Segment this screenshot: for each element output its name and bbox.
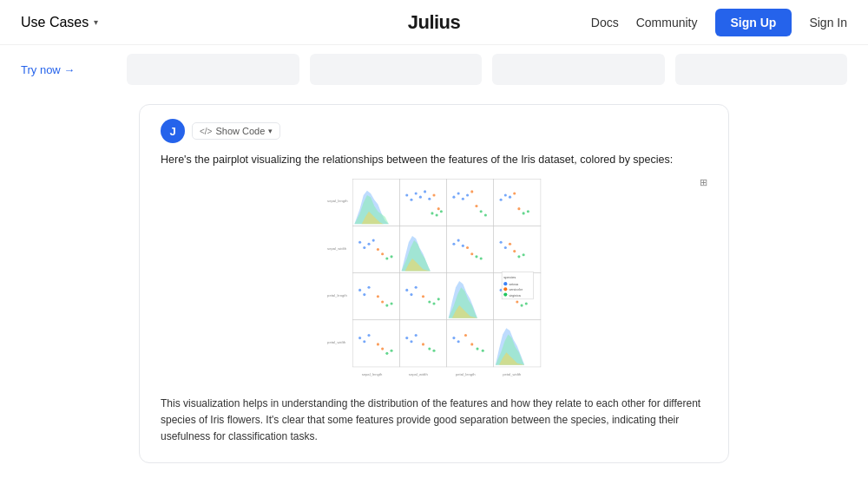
hero-card-4: [675, 54, 848, 85]
svg-point-42: [466, 193, 469, 196]
svg-point-72: [513, 250, 516, 252]
chevron-down-icon: ▾: [268, 127, 273, 135]
svg-point-75: [358, 289, 361, 291]
svg-point-49: [509, 195, 511, 198]
expand-icon[interactable]: ⊞: [700, 177, 707, 188]
svg-text:setosa: setosa: [509, 283, 519, 286]
svg-point-55: [363, 246, 365, 249]
svg-point-48: [504, 193, 507, 196]
svg-point-128: [503, 292, 507, 296]
svg-point-95: [358, 337, 361, 339]
docs-link[interactable]: Docs: [591, 16, 619, 29]
use-cases-menu[interactable]: Use Cases ▾: [21, 15, 98, 30]
community-link[interactable]: Community: [636, 16, 698, 29]
svg-point-99: [381, 347, 384, 350]
svg-point-58: [377, 248, 379, 251]
svg-point-77: [367, 285, 370, 288]
svg-point-47: [500, 198, 503, 200]
svg-point-29: [410, 198, 412, 200]
svg-text:petal_width: petal_width: [327, 340, 346, 344]
svg-point-113: [482, 349, 484, 351]
svg-point-71: [509, 242, 511, 245]
try-now-link[interactable]: Try now →: [21, 63, 116, 76]
svg-text:petal_length: petal_length: [327, 292, 347, 297]
svg-point-103: [410, 340, 412, 343]
main-content: J </> Show Code ▾ Here's the pairplot vi…: [0, 94, 868, 481]
use-cases-label: Use Cases: [21, 15, 89, 30]
svg-text:sepal_width: sepal_width: [409, 372, 429, 376]
svg-point-30: [415, 192, 418, 194]
svg-point-104: [415, 334, 418, 337]
svg-point-93: [520, 304, 523, 306]
svg-point-107: [432, 349, 435, 351]
user-avatar: J: [161, 119, 185, 143]
svg-text:sepal_length: sepal_length: [362, 372, 383, 376]
svg-point-70: [504, 246, 507, 249]
svg-point-36: [431, 212, 433, 214]
svg-point-39: [452, 195, 455, 198]
svg-point-44: [475, 205, 477, 207]
svg-point-108: [452, 337, 455, 339]
svg-point-109: [457, 340, 460, 343]
svg-point-102: [405, 337, 408, 339]
svg-point-63: [457, 239, 460, 241]
svg-point-62: [452, 242, 455, 245]
svg-point-56: [367, 242, 370, 245]
svg-point-82: [405, 289, 408, 291]
svg-point-87: [432, 302, 435, 304]
signup-button[interactable]: Sign Up: [715, 9, 792, 36]
nav-right: Docs Community Sign Up Sign In: [591, 9, 847, 36]
svg-point-33: [428, 197, 431, 200]
site-logo[interactable]: Julius: [408, 11, 461, 34]
svg-point-53: [527, 210, 529, 213]
svg-point-43: [470, 190, 473, 193]
svg-point-54: [358, 240, 361, 243]
svg-point-59: [381, 252, 384, 255]
svg-point-57: [372, 239, 375, 241]
svg-point-37: [436, 213, 438, 216]
svg-point-92: [516, 300, 518, 303]
svg-point-111: [470, 343, 473, 345]
svg-rect-6: [447, 226, 494, 272]
svg-text:petal_width: petal_width: [503, 372, 522, 376]
svg-point-51: [517, 207, 520, 210]
svg-rect-14: [447, 320, 494, 367]
hero-card-2: [310, 54, 483, 85]
svg-text:versicolor: versicolor: [509, 288, 523, 291]
svg-point-35: [437, 207, 440, 210]
svg-point-112: [476, 347, 478, 350]
svg-point-98: [377, 343, 379, 345]
svg-point-69: [500, 240, 503, 243]
svg-point-97: [367, 334, 370, 337]
svg-point-61: [390, 255, 392, 258]
svg-point-88: [437, 298, 440, 300]
svg-point-79: [381, 300, 384, 303]
analysis-text: This visualization helps in understandin…: [161, 396, 707, 446]
show-code-button[interactable]: </> Show Code ▾: [192, 122, 280, 140]
svg-point-67: [475, 255, 477, 258]
svg-point-85: [422, 295, 424, 298]
svg-rect-2: [447, 179, 494, 226]
svg-point-84: [415, 285, 418, 288]
svg-rect-8: [352, 272, 399, 319]
svg-text:sepal_length: sepal_length: [327, 199, 348, 203]
svg-rect-4: [352, 226, 399, 272]
svg-point-40: [457, 192, 460, 194]
svg-text:sepal_width: sepal_width: [327, 245, 347, 250]
chart-wrapper: ⊞: [161, 177, 707, 385]
svg-point-28: [405, 193, 408, 196]
svg-point-106: [428, 347, 431, 350]
svg-point-124: [503, 282, 507, 285]
svg-point-41: [462, 197, 464, 200]
svg-point-50: [513, 192, 516, 194]
signin-link[interactable]: Sign In: [809, 16, 847, 29]
svg-point-60: [385, 257, 388, 259]
svg-point-78: [377, 295, 379, 298]
svg-point-65: [466, 246, 469, 249]
svg-point-83: [410, 293, 412, 296]
svg-rect-7: [494, 226, 541, 272]
svg-point-73: [517, 255, 520, 258]
svg-point-96: [363, 340, 365, 343]
svg-point-110: [464, 334, 467, 337]
svg-point-105: [422, 343, 424, 345]
